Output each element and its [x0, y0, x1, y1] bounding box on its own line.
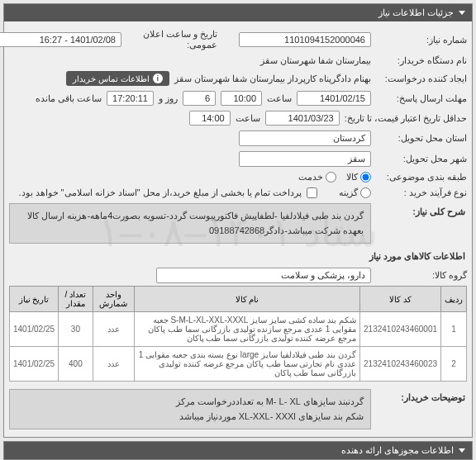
summary-text: گردن بند طبی فیلادلفیا -لطفاپیش فاکتورپی… [9, 203, 371, 244]
hours-remain-label: ساعت باقی مانده [36, 93, 102, 104]
cell-name: گردن بند طبی فیلادلفیا سایز large نوع بس… [135, 347, 360, 382]
need-no-label: شماره نیاز: [376, 35, 467, 45]
panel-title: جزئیات اطلاعات نیاز [378, 7, 454, 18]
goods-section-title: اطلاعات کالاهای مورد نیاز [11, 251, 465, 262]
cell-idx: 2 [441, 347, 467, 382]
radio-proc-1-input[interactable] [360, 187, 371, 198]
cell-unit: عدد [93, 312, 134, 347]
footer-title: اطلاعات مجوزهای ارائه دهنده [341, 445, 454, 456]
radio-service-input[interactable] [326, 172, 336, 183]
package-radio-group: کالا خدمت [298, 172, 371, 183]
deadline-date: 1401/02/15 [297, 91, 371, 106]
notes-label: توضیحات خریدار: [376, 389, 467, 406]
deadline-time: 10:00 [221, 91, 262, 106]
goods-group-value: دارو، پزشکی و سلامت [156, 268, 371, 283]
radio-service[interactable]: خدمت [298, 172, 336, 183]
deadline-label: مهلت ارسال پاسخ: [376, 93, 467, 104]
footer-panel-header[interactable]: اطلاعات مجوزهای ارائه دهنده [4, 442, 472, 459]
cell-date: 1401/02/25 [10, 312, 59, 347]
buyer-org-value: بیمارستان شفا شهرستان سقز [260, 55, 371, 66]
goods-table: ردیف کد کالا نام کالا واحد شمارش تعداد /… [9, 286, 467, 382]
th-date: تاریخ نیاز [10, 287, 59, 312]
announce-value: 1401/02/08 - 16:27 [0, 32, 121, 47]
th-code: کد کالا [360, 287, 441, 312]
radio-proc-1[interactable]: گزینه [339, 187, 371, 198]
validity-date: 1401/03/23 [265, 111, 340, 126]
validity-label: حداقل تاریخ اعتبار قیمت، تا تاریخ: [345, 113, 467, 124]
province-value: کردستان [239, 130, 371, 146]
radio-good-input[interactable] [360, 172, 371, 183]
table-row[interactable]: 2 2132410243460023 گردن بند طبی فیلادلفی… [10, 347, 467, 382]
cell-code: 2132410243460023 [360, 347, 441, 382]
days-remain: 6 [183, 91, 216, 106]
hours-remain: 17:20:11 [107, 91, 154, 106]
panel-header[interactable]: جزئیات اطلاعات نیاز [4, 4, 472, 21]
th-name: نام کالا [135, 287, 360, 312]
goods-group-label: گروه کالا: [376, 270, 467, 281]
cell-date: 1401/02/25 [10, 347, 59, 382]
time-label-1: ساعت [267, 93, 292, 104]
cell-idx: 1 [441, 312, 467, 347]
validity-time: 14:00 [189, 111, 231, 126]
city-label: شهر محل تحویل: [376, 154, 467, 164]
payment-note: پرداخت تمام یا بخشی از مبلغ خرید،از محل … [18, 187, 302, 198]
contact-info-button[interactable]: i اطلاعات تماس خریدار [66, 71, 169, 86]
process-label: نوع فرآیند خرید : [376, 187, 467, 198]
requester-value: بهنام دادگرپناه کارپرداز بیمارستان شفا ش… [174, 74, 371, 84]
footer-panel: اطلاعات مجوزهای ارائه دهنده [3, 441, 473, 460]
day-label: روز و [159, 93, 178, 104]
th-unit: واحد شمارش [93, 287, 134, 312]
requester-label: ایجاد کننده درخواست: [376, 74, 467, 84]
time-label-2: ساعت [236, 113, 260, 124]
cell-name: شکم بند ساده کشی سایز سایز S-M-L-XL-XXL-… [135, 312, 360, 347]
radio-good[interactable]: کالا [346, 172, 371, 183]
chevron-down-icon [459, 448, 465, 453]
process-radio-group: گزینه [339, 187, 371, 198]
main-panel: جزئیات اطلاعات نیاز شماره نیاز: 11010941… [3, 3, 473, 438]
th-qty: تعداد / مقدار [59, 287, 93, 312]
buyer-org-label: نام دستگاه خریدار: [376, 55, 467, 66]
city-value: سقز [239, 151, 371, 167]
payment-checkbox-row: پرداخت تمام یا بخشی از مبلغ خرید،از محل … [18, 187, 317, 198]
info-icon: i [153, 74, 163, 83]
contact-btn-label: اطلاعات تماس خریدار [73, 74, 150, 83]
cell-qty: 400 [59, 347, 93, 382]
cell-code: 2132410243460001 [360, 312, 441, 347]
panel-body: شماره نیاز: 1101094152000046 تاریخ و ساع… [4, 21, 472, 437]
need-no-value: 1101094152000046 [239, 32, 371, 47]
cell-unit: عدد [93, 347, 134, 382]
cell-qty: 30 [59, 312, 93, 347]
announce-label: تاریخ و ساعت اعلان عمومی: [126, 29, 217, 50]
table-row[interactable]: 1 2132410243460001 شکم بند ساده کشی سایز… [10, 312, 467, 347]
province-label: استان محل تحویل: [376, 133, 467, 144]
package-label: طبقه بندی موضوعی: [376, 172, 467, 183]
summary-label: شرح کلی نیاز: [376, 203, 467, 221]
th-idx: ردیف [441, 287, 467, 312]
notes-text: گردنبند سایزهای M- L- XL به تعداددرخواست… [9, 389, 371, 429]
payment-checkbox[interactable] [307, 187, 317, 198]
chevron-down-icon [459, 11, 465, 15]
